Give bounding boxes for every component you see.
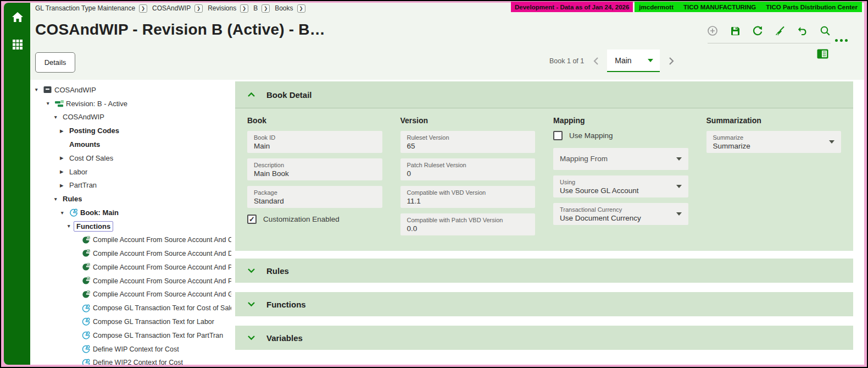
more-options-icon[interactable] [835, 39, 848, 42]
app-window: GL Transaction Type Maintenance ❯ COSAnd… [0, 0, 868, 368]
compatible-vbd-version-field[interactable]: Compatible with VBD Version 11.1 [400, 186, 536, 208]
chevron-right-icon[interactable]: ▶ [60, 183, 69, 188]
tree-item-function[interactable]: Complie Account From Source Account And … [30, 288, 231, 301]
dropdown-label: Summarize [713, 134, 835, 141]
tree-item-function[interactable]: Compile Account From Source Account And … [30, 247, 231, 261]
breadcrumb-label[interactable]: GL Transaction Type Maintenance [35, 4, 135, 12]
tree-item-function[interactable]: Compose GL Transaction Text for Labor [30, 315, 231, 329]
chevron-down-icon[interactable]: ▼ [46, 101, 55, 106]
breadcrumb-item[interactable]: Books ❯ [275, 4, 305, 13]
breadcrumb-chevron-icon[interactable]: ❯ [139, 4, 147, 13]
book-column: Book Book ID Main Description Main Book … [247, 116, 382, 251]
book-id-field[interactable]: Book ID Main [247, 131, 382, 153]
tree-item-book-main[interactable]: ▼ Book: Main [30, 206, 231, 219]
tree-item-function[interactable]: Define WIP Context for Cost [30, 342, 231, 356]
chevron-down-icon [247, 268, 255, 273]
tree-item-amounts[interactable]: Amounts [30, 138, 231, 151]
summarize-dropdown[interactable]: Summarize Summarize [706, 131, 842, 153]
column-header: Mapping [553, 116, 688, 125]
breadcrumb-chevron-icon[interactable]: ❯ [240, 4, 248, 13]
tree-item-labor[interactable]: ▶ Labor [30, 165, 231, 179]
breadcrumb-item[interactable]: B ❯ [253, 4, 270, 13]
tree-item-function[interactable]: Compile Account From Source Account And … [30, 260, 231, 274]
tree-item-revision[interactable]: ▼ Revision: B - Active [30, 97, 231, 111]
function-draft-icon [82, 317, 93, 326]
ruleset-version-field[interactable]: Ruleset Version 65 [400, 131, 536, 153]
tree-item-functions[interactable]: ▼ Functions [30, 219, 231, 233]
side-panel-icon[interactable] [817, 49, 828, 59]
app-menu-grid-icon[interactable] [12, 38, 24, 50]
package-field[interactable]: Package Standard [247, 186, 382, 208]
next-record-icon[interactable] [667, 57, 675, 65]
clean-icon[interactable] [775, 25, 786, 36]
chevron-down-icon[interactable]: ▼ [34, 87, 43, 92]
breadcrumb-item[interactable]: COSAndWIP ❯ [152, 4, 203, 13]
book-detail-header[interactable]: Book Detail [235, 81, 853, 108]
use-mapping-checkbox[interactable]: Use Mapping [553, 131, 688, 140]
checkbox-unchecked-icon[interactable] [553, 131, 563, 140]
functions-section-header[interactable]: Functions [235, 292, 853, 316]
add-circle-icon[interactable] [707, 25, 718, 36]
previous-record-icon[interactable] [592, 57, 599, 65]
tree-item-function[interactable]: Define WIP2 Context for Cost [30, 356, 231, 365]
home-icon[interactable] [12, 11, 24, 23]
compatible-patch-vbd-version-field[interactable]: Compatible with Patch VBD Version 0.0 [400, 213, 536, 235]
function-compiled-icon [82, 236, 93, 244]
breadcrumb-label[interactable]: COSAndWIP [152, 4, 191, 12]
tree-item-function[interactable]: Compile Account From Source Account And … [30, 233, 231, 247]
description-field[interactable]: Description Main Book [247, 158, 382, 180]
tree-item-posting-codes[interactable]: ▶ Posting Codes [30, 124, 231, 138]
chevron-down-icon [648, 59, 653, 62]
breadcrumb-chevron-icon[interactable]: ❯ [297, 4, 305, 13]
breadcrumb-label[interactable]: B [253, 4, 258, 12]
undo-icon[interactable] [797, 25, 808, 36]
customization-enabled-checkbox[interactable]: ✓ Customization Enabled [247, 215, 382, 224]
search-icon[interactable] [820, 25, 831, 36]
field-label: Compatible with Patch VBD Version [407, 216, 529, 224]
chevron-right-icon[interactable]: ▶ [60, 155, 69, 161]
breadcrumb-label[interactable]: Revisions [208, 4, 236, 12]
book-detail-section: Book Detail Book Book ID Main Descriptio… [235, 81, 853, 251]
tree-item-label-selected: Functions [74, 221, 113, 232]
save-icon[interactable] [730, 25, 741, 36]
chevron-down-icon[interactable]: ▼ [53, 114, 63, 120]
tree-item-label: Rules [63, 195, 82, 203]
tree-item-label: Posting Codes [69, 127, 119, 135]
tree-item-cost-of-sales[interactable]: ▶ Cost Of Sales [30, 151, 231, 165]
field-value: Main [254, 141, 376, 151]
dropdown-value: Use Document Currency [560, 213, 682, 223]
tree-item-rules[interactable]: ▼ Rules [30, 192, 231, 206]
chevron-right-icon[interactable]: ▶ [60, 128, 69, 134]
dropdown-label: Mapping From [560, 155, 608, 163]
field-label: Package [254, 189, 376, 196]
tree-item-label: Compile Account From Source Account And … [93, 236, 231, 244]
patch-ruleset-version-field[interactable]: Patch Ruleset Version 0 [400, 158, 536, 180]
tree-item-cosandwip-root[interactable]: ▼ COSAndWIP [30, 83, 231, 97]
tree-item-function[interactable]: Compose GL Transaction Text for PartTran [30, 328, 231, 342]
tab-details[interactable]: Details [35, 52, 75, 73]
transactional-currency-dropdown[interactable]: Transactional Currency Use Document Curr… [553, 203, 688, 225]
tree-item-parttran[interactable]: ▶ PartTran [30, 179, 231, 193]
chevron-right-icon[interactable]: ▶ [60, 169, 69, 174]
field-value: Main Book [254, 169, 376, 178]
chevron-down-icon [247, 301, 255, 307]
mapping-from-dropdown[interactable]: Mapping From [553, 148, 688, 170]
breadcrumb-chevron-icon[interactable]: ❯ [261, 4, 270, 13]
development-banner: Development - Data as of Jan 24, 2026 [511, 2, 633, 12]
tree-item-cosandwip-child[interactable]: ▼ COSAndWIP [30, 111, 231, 124]
variables-section-header[interactable]: Variables [235, 326, 853, 350]
chevron-down-icon[interactable]: ▼ [53, 196, 63, 202]
tree-item-function[interactable]: Compile Account From Source Account And … [30, 274, 231, 288]
breadcrumb-item[interactable]: GL Transaction Type Maintenance ❯ [35, 4, 147, 13]
chevron-down-icon[interactable]: ▼ [60, 210, 69, 216]
rules-section-header[interactable]: Rules [235, 259, 853, 283]
chevron-down-icon [676, 157, 682, 161]
breadcrumb-item[interactable]: Revisions ❯ [208, 4, 248, 13]
breadcrumb-label[interactable]: Books [275, 4, 293, 12]
breadcrumb-chevron-icon[interactable]: ❯ [194, 4, 203, 13]
tree-item-function[interactable]: Compose GL Transaction Text for Cost of … [30, 301, 231, 315]
checkbox-checked-icon[interactable]: ✓ [247, 215, 257, 224]
refresh-icon[interactable] [752, 25, 763, 36]
record-select-dropdown[interactable]: Main [607, 50, 660, 72]
using-dropdown[interactable]: Using Use Source GL Account [553, 175, 688, 197]
